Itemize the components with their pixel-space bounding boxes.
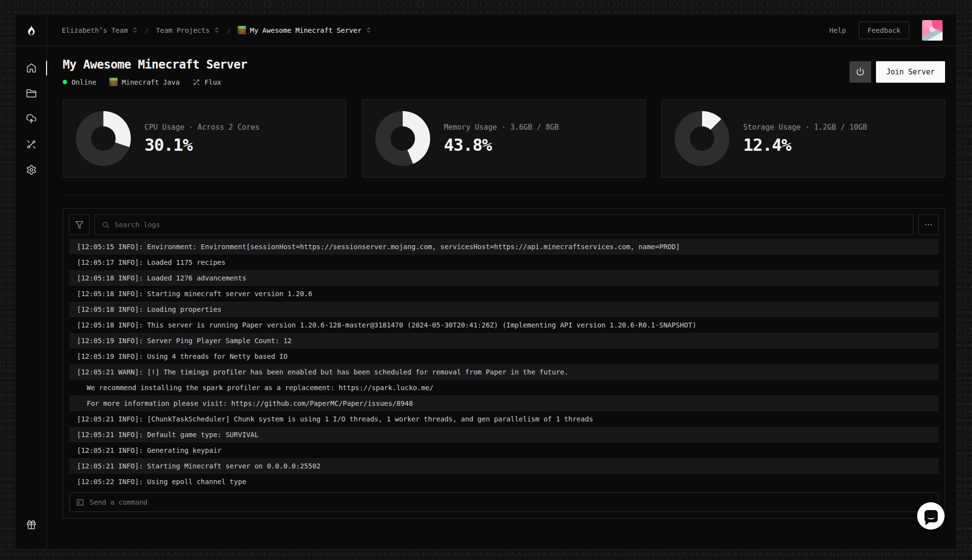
join-server-button[interactable]: Join Server: [876, 61, 945, 83]
platform-badge: Minecraft Java: [109, 78, 180, 86]
memory-usage-card: Memory Usage · 3.6GB / 8GB 43.8%: [362, 99, 646, 178]
section-divider: [63, 195, 945, 195]
log-search-input[interactable]: [115, 215, 913, 234]
power-button[interactable]: [850, 61, 871, 83]
sidebar-item-rewards[interactable]: [16, 512, 47, 537]
gift-icon: [26, 519, 37, 530]
log-row: [12:05:21 WARN]: [!] The timings profile…: [69, 364, 939, 380]
sidebar-item-home[interactable]: [16, 55, 47, 81]
logs-toolbar: [69, 214, 939, 235]
server-badges: Online Minecraft Java Flux: [63, 78, 247, 86]
sidebar: [16, 46, 47, 548]
cpu-usage-card: CPU Usage · Across 2 Cores 30.1%: [63, 99, 346, 178]
chevron-up-down-icon: [132, 27, 138, 33]
log-row: [12:05:17 INFO]: Loaded 1175 recipes: [69, 255, 939, 270]
sidebar-item-files[interactable]: [16, 81, 47, 106]
flux-icon: [193, 78, 200, 86]
sidebar-item-network[interactable]: [16, 132, 47, 157]
log-row: [12:05:22 INFO]: Using epoll channel typ…: [69, 474, 939, 488]
terminal-icon: [76, 498, 84, 507]
filter-button[interactable]: [69, 214, 90, 235]
chat-bubble-icon: [924, 510, 938, 522]
log-row: We recommend installing the spark profil…: [69, 380, 939, 396]
cpu-usage-label: CPU Usage · Across 2 Cores: [145, 123, 260, 132]
minecraft-grass-icon: [109, 78, 118, 86]
page-title: My Awesome Minecraft Server: [63, 58, 247, 71]
log-row: [12:05:21 INFO]: Generating keypair: [69, 443, 939, 458]
top-nav: Elizabeth’s Team / Team Projects / My Aw…: [16, 15, 956, 46]
logs-panel: [12:05:15 INFO]: Environment: Environmen…: [63, 208, 945, 518]
flame-icon: [25, 24, 38, 37]
command-input[interactable]: [90, 493, 938, 512]
cpu-donut-chart: [76, 111, 131, 166]
log-list: [12:05:15 INFO]: Environment: Environmen…: [69, 239, 939, 488]
filter-funnel-icon: [75, 220, 84, 229]
log-row: [12:05:21 INFO]: Default game type: SURV…: [69, 427, 939, 443]
search-icon: [101, 221, 110, 229]
breadcrumb-separator: /: [145, 26, 149, 34]
chat-widget-button[interactable]: [917, 502, 945, 530]
power-icon: [855, 67, 865, 77]
breadcrumb-separator: /: [227, 26, 231, 34]
nav-actions: Help Feedback: [829, 15, 956, 46]
main-content: My Awesome Minecraft Server Online Minec…: [47, 46, 956, 548]
plan-badge: Flux: [193, 78, 221, 86]
avatar[interactable]: [922, 20, 943, 41]
sidebar-item-deployments[interactable]: [16, 106, 47, 132]
chevron-up-down-icon: [365, 27, 372, 33]
log-row: [12:05:18 INFO]: Loading properties: [69, 302, 939, 317]
memory-usage-label: Memory Usage · 3.6GB / 8GB: [444, 123, 559, 132]
plan-label: Flux: [205, 78, 221, 86]
chevron-up-down-icon: [214, 27, 220, 33]
command-bar: [69, 492, 939, 512]
memory-donut-chart: [375, 111, 430, 166]
log-row: [12:05:18 INFO]: This server is running …: [69, 317, 939, 333]
stat-cards: CPU Usage · Across 2 Cores 30.1% Memory …: [63, 99, 945, 178]
log-row: [12:05:19 INFO]: Using 4 threads for Net…: [69, 349, 939, 364]
sidebar-item-settings[interactable]: [16, 157, 47, 183]
memory-usage-value: 43.8%: [444, 135, 559, 155]
help-link[interactable]: Help: [829, 26, 846, 34]
storage-usage-label: Storage Usage · 1.2GB / 10GB: [743, 123, 867, 132]
log-row: [12:05:21 INFO]: Starting Minecraft serv…: [69, 458, 939, 474]
more-options-button[interactable]: [918, 214, 939, 235]
breadcrumb-project-label: My Awesome Minecraft Server: [250, 26, 362, 34]
split-network-icon: [26, 139, 37, 150]
log-search: [95, 214, 913, 235]
gear-icon: [26, 164, 37, 175]
breadcrumb-team-label: Elizabeth’s Team: [62, 26, 128, 34]
breadcrumb-project[interactable]: My Awesome Minecraft Server: [238, 26, 372, 34]
log-row: For more information please visit: https…: [69, 396, 939, 411]
breadcrumb-section[interactable]: Team Projects: [156, 26, 220, 34]
log-row: [12:05:18 INFO]: Starting minecraft serv…: [69, 286, 939, 302]
log-row: [12:05:19 INFO]: Server Ping Player Samp…: [69, 333, 939, 349]
online-dot-icon: [63, 80, 67, 84]
cpu-usage-value: 30.1%: [145, 135, 260, 155]
storage-usage-card: Storage Usage · 1.2GB / 10GB 12.4%: [661, 99, 945, 178]
log-row: [12:05:15 INFO]: Environment: Environmen…: [69, 239, 939, 255]
cloud-upload-icon: [26, 114, 37, 124]
storage-donut-chart: [675, 111, 729, 166]
breadcrumb-section-label: Team Projects: [156, 26, 210, 34]
feedback-button[interactable]: Feedback: [859, 22, 909, 39]
status-label: Online: [72, 78, 97, 86]
breadcrumb-team[interactable]: Elizabeth’s Team: [62, 26, 138, 34]
log-row: [12:05:21 INFO]: [ChunkTaskScheduler] Ch…: [69, 411, 939, 427]
folder-icon: [26, 88, 37, 99]
server-header: My Awesome Minecraft Server Online Minec…: [63, 46, 945, 86]
status-badge: Online: [63, 78, 97, 86]
app-logo[interactable]: [16, 15, 47, 46]
breadcrumb: Elizabeth’s Team / Team Projects / My Aw…: [47, 15, 372, 46]
storage-usage-value: 12.4%: [743, 135, 867, 155]
ellipsis-icon: [924, 220, 933, 229]
minecraft-grass-icon: [238, 26, 246, 34]
header-actions: Join Server: [850, 61, 945, 83]
home-icon: [26, 63, 37, 73]
app-window: Elizabeth’s Team / Team Projects / My Aw…: [16, 15, 956, 549]
platform-label: Minecraft Java: [122, 78, 180, 86]
log-row: [12:05:18 INFO]: Loaded 1276 advancement…: [69, 270, 939, 286]
